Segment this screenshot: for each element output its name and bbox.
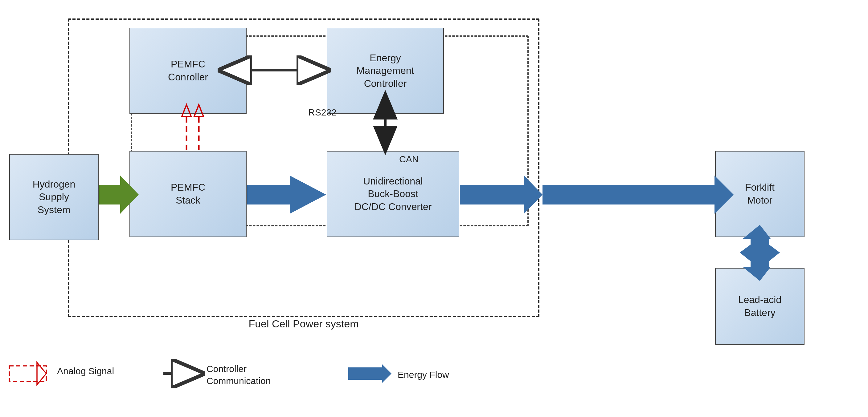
can-label: CAN — [399, 154, 418, 165]
legend-blue-arrow — [348, 364, 392, 383]
legend-analog-signal-label: Analog Signal — [57, 366, 114, 376]
energy-management-controller-box: EnergyManagementController — [327, 28, 444, 114]
svg-rect-1 — [542, 185, 714, 205]
pemfc-controller-label: PEMFCConroller — [168, 58, 208, 83]
fuel-cell-system-label: Fuel Cell Power system — [248, 318, 359, 330]
forklift-to-battery-arrow-down — [740, 238, 780, 267]
svg-rect-3 — [752, 239, 768, 267]
legend-controller-comm-label: ControllerCommunication — [207, 363, 271, 387]
hydrogen-supply-system-box: HydrogenSupplySystem — [9, 154, 99, 240]
pemfc-stack-box: PEMFCStack — [129, 151, 247, 237]
svg-rect-8 — [9, 366, 46, 381]
lead-acid-battery-box: Lead-acidBattery — [715, 268, 805, 345]
rs232-label: RS232 — [308, 107, 337, 118]
pemfc-controller-box: PEMFCConroller — [129, 28, 247, 114]
pemfc-stack-label: PEMFCStack — [171, 181, 205, 207]
battery-to-forklift-arrow-up — [740, 238, 780, 269]
legend-energy-flow-label: Energy Flow — [398, 370, 449, 380]
emc-label: EnergyManagementController — [356, 52, 414, 90]
forklift-motor-box: ForkliftMotor — [715, 151, 805, 237]
svg-marker-9 — [37, 362, 46, 385]
diagram-container: Fuel Cell Power system HydrogenSupplySys… — [0, 0, 868, 417]
converter-label: UnidirectionalBuck-BoostDC/DC Converter — [354, 175, 432, 213]
hydrogen-label: HydrogenSupplySystem — [33, 178, 75, 216]
converter-box: UnidirectionalBuck-BoostDC/DC Converter — [327, 151, 459, 237]
battery-label: Lead-acidBattery — [738, 293, 782, 319]
forklift-label: ForkliftMotor — [745, 181, 775, 207]
